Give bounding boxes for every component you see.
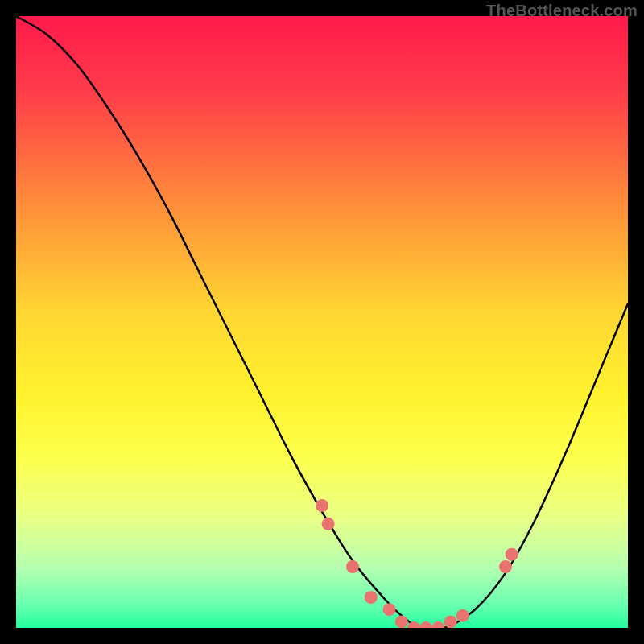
marker-point <box>322 518 335 530</box>
marker-point <box>346 560 359 573</box>
marker-point <box>444 615 457 628</box>
marker-point <box>395 615 408 628</box>
plot-area <box>16 16 628 628</box>
marker-point <box>365 591 378 604</box>
marker-point <box>506 548 518 561</box>
watermark-text: TheBottleneck.com <box>486 2 638 20</box>
marker-point <box>499 560 512 573</box>
marker-point <box>383 603 396 616</box>
marker-point <box>316 499 328 512</box>
chart-svg <box>16 16 628 628</box>
marker-point <box>456 609 469 622</box>
chart-frame <box>16 16 628 628</box>
